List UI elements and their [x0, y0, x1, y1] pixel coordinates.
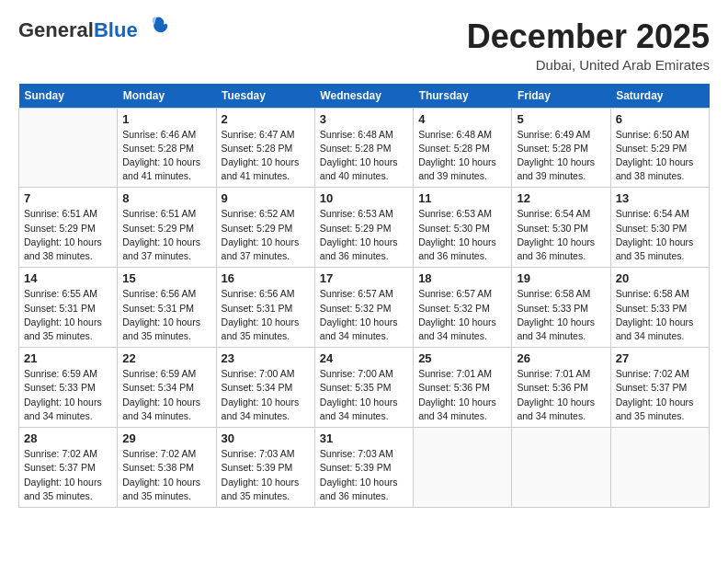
weekday-header-saturday: Saturday [610, 84, 709, 109]
calendar-cell: 11Sunrise: 6:53 AMSunset: 5:30 PMDayligh… [414, 188, 512, 268]
day-info: Sunrise: 6:47 AMSunset: 5:28 PMDaylight:… [222, 129, 300, 182]
day-info: Sunrise: 6:56 AMSunset: 5:31 PMDaylight:… [222, 288, 300, 341]
weekday-header-thursday: Thursday [414, 84, 512, 109]
day-number: 1 [122, 112, 210, 126]
calendar-cell: 31Sunrise: 7:03 AMSunset: 5:39 PMDayligh… [314, 428, 413, 508]
day-number: 17 [320, 271, 408, 285]
day-info: Sunrise: 7:00 AMSunset: 5:35 PMDaylight:… [320, 368, 398, 421]
day-number: 9 [222, 191, 310, 205]
day-number: 23 [222, 351, 310, 365]
day-number: 12 [517, 191, 605, 205]
day-number: 8 [122, 191, 210, 205]
day-number: 25 [418, 351, 506, 365]
calendar-cell: 22Sunrise: 6:59 AMSunset: 5:34 PMDayligh… [118, 348, 216, 428]
day-number: 16 [222, 271, 310, 285]
day-info: Sunrise: 6:48 AMSunset: 5:28 PMDaylight:… [320, 129, 398, 182]
logo-blue: Blue [94, 18, 138, 41]
day-info: Sunrise: 7:01 AMSunset: 5:36 PMDaylight:… [517, 368, 595, 421]
calendar-cell: 8Sunrise: 6:51 AMSunset: 5:29 PMDaylight… [118, 188, 216, 268]
day-info: Sunrise: 7:02 AMSunset: 5:37 PMDaylight:… [616, 368, 694, 421]
calendar-cell: 27Sunrise: 7:02 AMSunset: 5:37 PMDayligh… [610, 348, 709, 428]
calendar-table: SundayMondayTuesdayWednesdayThursdayFrid… [18, 84, 710, 508]
logo-bird-icon [143, 14, 169, 40]
day-number: 29 [122, 431, 210, 445]
calendar-cell: 19Sunrise: 6:58 AMSunset: 5:33 PMDayligh… [512, 268, 610, 348]
page-header: GeneralBlue December 2025 Dubai, United … [18, 18, 710, 73]
day-info: Sunrise: 7:02 AMSunset: 5:37 PMDaylight:… [24, 448, 102, 501]
calendar-cell: 4Sunrise: 6:48 AMSunset: 5:28 PMDaylight… [414, 108, 512, 188]
day-number: 20 [616, 271, 704, 285]
calendar-cell: 9Sunrise: 6:52 AMSunset: 5:29 PMDaylight… [216, 188, 314, 268]
calendar-cell: 18Sunrise: 6:57 AMSunset: 5:32 PMDayligh… [414, 268, 512, 348]
month-year-title: December 2025 [467, 18, 710, 55]
logo-general: General [18, 18, 94, 41]
day-info: Sunrise: 6:57 AMSunset: 5:32 PMDaylight:… [418, 288, 496, 341]
calendar-cell: 7Sunrise: 6:51 AMSunset: 5:29 PMDaylight… [19, 188, 118, 268]
day-number: 24 [320, 351, 408, 365]
title-block: December 2025 Dubai, United Arab Emirate… [467, 18, 710, 73]
day-number: 6 [616, 112, 704, 126]
weekday-header-tuesday: Tuesday [216, 84, 314, 109]
calendar-cell: 15Sunrise: 6:56 AMSunset: 5:31 PMDayligh… [118, 268, 216, 348]
day-info: Sunrise: 6:55 AMSunset: 5:31 PMDaylight:… [24, 288, 102, 341]
day-info: Sunrise: 6:50 AMSunset: 5:29 PMDaylight:… [616, 129, 694, 182]
day-info: Sunrise: 6:52 AMSunset: 5:29 PMDaylight:… [222, 208, 300, 261]
calendar-cell [414, 428, 512, 508]
calendar-week-row: 1Sunrise: 6:46 AMSunset: 5:28 PMDaylight… [19, 108, 710, 188]
calendar-week-row: 28Sunrise: 7:02 AMSunset: 5:37 PMDayligh… [19, 428, 710, 508]
calendar-cell: 12Sunrise: 6:54 AMSunset: 5:30 PMDayligh… [512, 188, 610, 268]
day-number: 21 [24, 351, 112, 365]
calendar-cell: 26Sunrise: 7:01 AMSunset: 5:36 PMDayligh… [512, 348, 610, 428]
day-info: Sunrise: 6:51 AMSunset: 5:29 PMDaylight:… [122, 208, 200, 261]
day-number: 15 [122, 271, 210, 285]
weekday-header-sunday: Sunday [19, 84, 118, 109]
calendar-cell: 10Sunrise: 6:53 AMSunset: 5:29 PMDayligh… [314, 188, 413, 268]
day-number: 10 [320, 191, 408, 205]
day-info: Sunrise: 6:56 AMSunset: 5:31 PMDaylight:… [122, 288, 200, 341]
day-number: 28 [24, 431, 112, 445]
calendar-cell: 2Sunrise: 6:47 AMSunset: 5:28 PMDaylight… [216, 108, 314, 188]
day-info: Sunrise: 6:58 AMSunset: 5:33 PMDaylight:… [517, 288, 595, 341]
day-info: Sunrise: 6:54 AMSunset: 5:30 PMDaylight:… [517, 208, 595, 261]
calendar-cell: 6Sunrise: 6:50 AMSunset: 5:29 PMDaylight… [610, 108, 709, 188]
calendar-cell: 24Sunrise: 7:00 AMSunset: 5:35 PMDayligh… [314, 348, 413, 428]
day-info: Sunrise: 7:02 AMSunset: 5:38 PMDaylight:… [122, 448, 200, 501]
calendar-week-row: 21Sunrise: 6:59 AMSunset: 5:33 PMDayligh… [19, 348, 710, 428]
day-number: 13 [616, 191, 704, 205]
calendar-cell: 1Sunrise: 6:46 AMSunset: 5:28 PMDaylight… [118, 108, 216, 188]
day-info: Sunrise: 6:51 AMSunset: 5:29 PMDaylight:… [24, 208, 102, 261]
day-info: Sunrise: 6:58 AMSunset: 5:33 PMDaylight:… [616, 288, 694, 341]
location-subtitle: Dubai, United Arab Emirates [467, 57, 710, 73]
day-number: 4 [418, 112, 506, 126]
calendar-cell: 20Sunrise: 6:58 AMSunset: 5:33 PMDayligh… [610, 268, 709, 348]
day-info: Sunrise: 6:57 AMSunset: 5:32 PMDaylight:… [320, 288, 398, 341]
calendar-cell: 21Sunrise: 6:59 AMSunset: 5:33 PMDayligh… [19, 348, 118, 428]
calendar-cell: 17Sunrise: 6:57 AMSunset: 5:32 PMDayligh… [314, 268, 413, 348]
day-info: Sunrise: 6:54 AMSunset: 5:30 PMDaylight:… [616, 208, 694, 261]
weekday-header-friday: Friday [512, 84, 610, 109]
day-number: 14 [24, 271, 112, 285]
day-number: 3 [320, 112, 408, 126]
calendar-cell: 30Sunrise: 7:03 AMSunset: 5:39 PMDayligh… [216, 428, 314, 508]
calendar-cell: 14Sunrise: 6:55 AMSunset: 5:31 PMDayligh… [19, 268, 118, 348]
day-number: 11 [418, 191, 506, 205]
day-number: 26 [517, 351, 605, 365]
day-info: Sunrise: 7:01 AMSunset: 5:36 PMDaylight:… [418, 368, 496, 421]
calendar-cell [19, 108, 118, 188]
day-number: 31 [320, 431, 408, 445]
day-number: 5 [517, 112, 605, 126]
day-info: Sunrise: 6:46 AMSunset: 5:28 PMDaylight:… [122, 129, 200, 182]
day-info: Sunrise: 6:49 AMSunset: 5:28 PMDaylight:… [517, 129, 595, 182]
calendar-cell: 28Sunrise: 7:02 AMSunset: 5:37 PMDayligh… [19, 428, 118, 508]
calendar-week-row: 7Sunrise: 6:51 AMSunset: 5:29 PMDaylight… [19, 188, 710, 268]
day-info: Sunrise: 6:53 AMSunset: 5:30 PMDaylight:… [418, 208, 496, 261]
day-number: 18 [418, 271, 506, 285]
day-info: Sunrise: 7:03 AMSunset: 5:39 PMDaylight:… [320, 448, 398, 501]
logo: GeneralBlue [18, 18, 169, 42]
logo-text: GeneralBlue [18, 18, 138, 41]
day-info: Sunrise: 6:48 AMSunset: 5:28 PMDaylight:… [418, 129, 496, 182]
day-number: 7 [24, 191, 112, 205]
calendar-cell: 5Sunrise: 6:49 AMSunset: 5:28 PMDaylight… [512, 108, 610, 188]
day-info: Sunrise: 7:03 AMSunset: 5:39 PMDaylight:… [222, 448, 300, 501]
day-info: Sunrise: 6:59 AMSunset: 5:34 PMDaylight:… [122, 368, 200, 421]
